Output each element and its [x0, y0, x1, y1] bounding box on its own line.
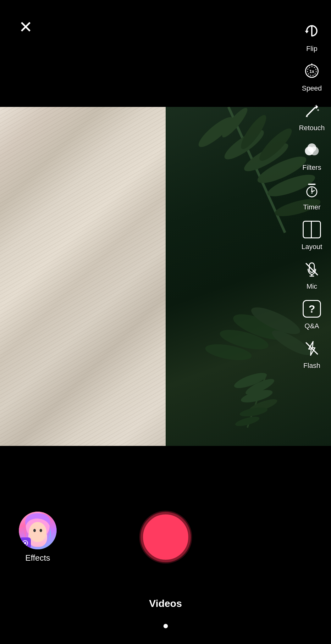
bottom-dot-indicator [163, 624, 168, 628]
svg-point-44 [24, 542, 26, 544]
svg-text:1x: 1x [309, 69, 314, 74]
effects-icon [19, 512, 57, 549]
timer-icon: 3 [299, 177, 324, 203]
camera-preview [0, 107, 331, 447]
svg-point-42 [40, 529, 42, 532]
layout-icon [299, 217, 324, 242]
mic-label: Mic [306, 282, 317, 291]
timer-label: Timer [303, 203, 320, 211]
svg-point-41 [33, 529, 36, 532]
filters-label: Filters [302, 164, 321, 172]
retouch-icon [299, 98, 324, 123]
retouch-button[interactable]: Retouch [299, 98, 325, 132]
svg-rect-22 [311, 25, 312, 36]
layout-label: Layout [301, 243, 322, 251]
qa-button[interactable]: ? Q&A [299, 296, 324, 330]
layout-button[interactable]: Layout [299, 217, 324, 251]
mic-icon [299, 257, 324, 282]
svg-rect-30 [308, 184, 316, 185]
flip-button[interactable]: Flip [299, 19, 324, 53]
speed-label: Speed [302, 84, 322, 92]
flash-button[interactable]: Flash [299, 336, 324, 370]
svg-text:3: 3 [311, 191, 313, 194]
record-button[interactable] [141, 512, 191, 562]
flash-label: Flash [303, 362, 320, 370]
speed-button[interactable]: 1x Speed [299, 58, 324, 92]
svg-line-26 [307, 108, 315, 116]
qa-label: Q&A [305, 322, 319, 330]
qa-box: ? [303, 300, 321, 318]
flash-icon [299, 336, 324, 361]
right-toolbar: Flip 1x Speed Retouch [299, 19, 325, 375]
flip-label: Flip [306, 45, 317, 53]
videos-label: Videos [149, 598, 182, 609]
controls-row: Effects [0, 512, 331, 562]
bottom-area: Effects Videos [0, 446, 331, 644]
filters-icon [299, 138, 324, 163]
filters-button[interactable]: Filters [299, 138, 324, 172]
timer-button[interactable]: 3 Timer [299, 177, 324, 211]
layout-box [303, 221, 321, 238]
effects-small-icon [19, 537, 31, 549]
flip-icon [299, 19, 324, 44]
mic-button[interactable]: Mic [299, 257, 324, 291]
retouch-label: Retouch [299, 124, 325, 132]
effects-button[interactable]: Effects [19, 512, 57, 563]
svg-point-40 [29, 522, 47, 542]
speed-icon: 1x [299, 58, 324, 84]
preview-left [0, 107, 166, 447]
effects-label: Effects [25, 553, 50, 563]
close-button[interactable]: ✕ [19, 19, 33, 35]
qa-icon: ? [299, 296, 324, 321]
svg-point-29 [307, 143, 316, 152]
